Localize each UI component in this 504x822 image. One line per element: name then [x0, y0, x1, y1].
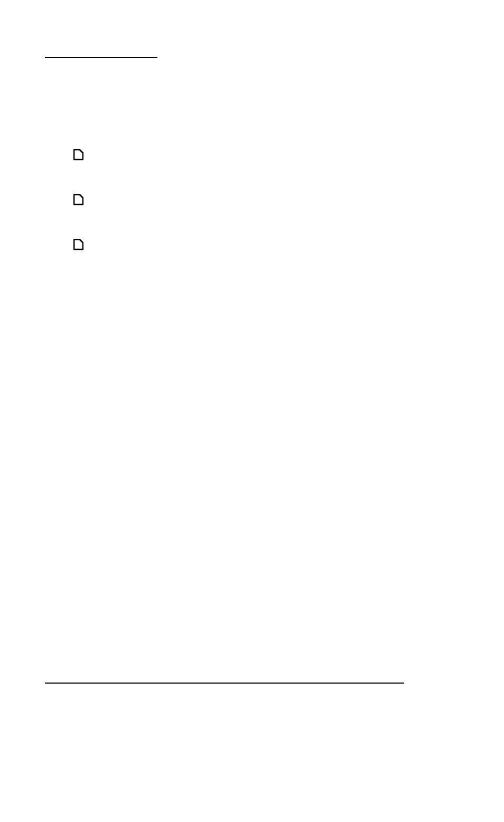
- top-horizontal-rule: [45, 57, 157, 58]
- paper-icon: [72, 148, 85, 161]
- list-item: [72, 238, 85, 251]
- bottom-horizontal-rule: [45, 683, 404, 684]
- paper-icon: [72, 238, 85, 251]
- list-item: [72, 148, 85, 161]
- list-item: [72, 193, 85, 206]
- document-page: [0, 0, 504, 822]
- bullet-list: [72, 148, 85, 283]
- paper-icon: [72, 193, 85, 206]
